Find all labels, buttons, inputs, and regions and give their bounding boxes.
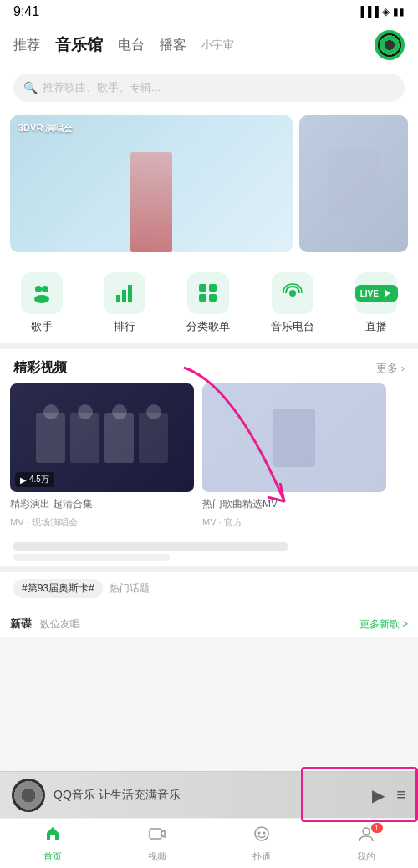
banner-main[interactable]: 3DVR 演唱会 (10, 115, 293, 252)
quick-label-zhibo: 直播 (365, 319, 387, 334)
mini-album-art (12, 779, 45, 812)
svg-point-1 (42, 286, 48, 292)
video-section-title: 精彩视频 (13, 359, 67, 377)
svg-rect-4 (122, 290, 126, 302)
fenlei-icon (187, 272, 229, 314)
quick-label-diantai: 音乐电台 (271, 319, 314, 334)
svg-point-2 (34, 295, 49, 303)
paihang-icon (104, 272, 145, 314)
new-song-label: 新碟 (10, 617, 32, 632)
top-nav: 推荐 音乐馆 电台 播客 小宇审 (0, 23, 418, 67)
search-placeholder: 推荐歌曲、歌手、专辑... (43, 80, 161, 95)
svg-rect-3 (116, 295, 120, 302)
svg-point-0 (35, 286, 42, 292)
svg-rect-7 (209, 284, 217, 292)
mini-play-button[interactable]: ▶ (372, 785, 385, 805)
nav-diantai[interactable]: 电台 (118, 37, 145, 54)
svg-point-14 (263, 831, 265, 834)
nav-avatar[interactable] (375, 30, 405, 60)
svg-point-12 (255, 827, 268, 840)
video-desc-1: 精彩演出 超清合集 (10, 497, 194, 511)
svg-rect-8 (199, 294, 206, 302)
quick-item-zhibo[interactable]: LIVE 直播 (355, 272, 397, 334)
putong-nav-label: 扑通 (252, 850, 271, 863)
bottom-nav-home[interactable]: 首页 (0, 825, 104, 863)
video-desc-2: 热门歌曲精选MV (202, 497, 386, 511)
bottom-nav-wode[interactable]: 1 我的 (314, 825, 418, 863)
video-card-2[interactable]: 热门歌曲精选MV MV · 官方 (202, 383, 386, 529)
video-sub-1: MV · 现场演唱会 (10, 516, 194, 529)
divider-2 (0, 566, 418, 572)
video-thumb-1: ▶4.5万 (10, 383, 194, 492)
video-thumb-2 (202, 383, 386, 492)
mini-player-controls: ▶ ≡ (372, 785, 406, 805)
mini-player[interactable]: QQ音乐 让生活充满音乐 ▶ ≡ (0, 771, 418, 818)
banner-section: 3DVR 演唱会 (0, 109, 418, 259)
putong-nav-icon (252, 825, 271, 848)
quick-item-geshou[interactable]: 歌手 (21, 272, 63, 334)
status-icons: ▐▐▐ ◈ ▮▮ (357, 6, 405, 18)
video-card-1[interactable]: ▶4.5万 精彩演出 超清合集 MV · 现场演唱会 (10, 383, 194, 529)
nav-boke[interactable]: 播客 (160, 37, 186, 54)
video-nav-label: 视频 (148, 850, 166, 863)
hashtag-section: #第93届奥斯卡# 热门话题 (0, 572, 418, 612)
video-sub-2: MV · 官方 (202, 516, 386, 529)
mini-player-title: QQ音乐 让生活充满音乐 (54, 788, 364, 803)
home-label: 首页 (43, 850, 62, 863)
nav-yinyueguan[interactable]: 音乐馆 (55, 34, 103, 56)
bottom-nav-video[interactable]: 视频 (104, 825, 209, 863)
svg-point-10 (289, 290, 296, 297)
search-bar-container: 🔍 推荐歌曲、歌手、专辑... (0, 67, 418, 109)
quick-icons: 歌手 排行 分类歌单 (0, 259, 418, 343)
video-nav-icon (148, 825, 166, 848)
video-extra-info (0, 539, 418, 566)
quick-label-paihang: 排行 (114, 319, 135, 334)
zhibo-icon: LIVE (355, 272, 397, 314)
more-new-songs[interactable]: 更多新歌 > (359, 617, 408, 632)
quick-item-fenlei[interactable]: 分类歌单 (186, 272, 230, 334)
bottom-nav: 首页 视频 扑通 1 我的 (0, 818, 418, 868)
svg-rect-9 (209, 294, 217, 302)
home-icon (43, 825, 62, 848)
status-bar: 9:41 ▐▐▐ ◈ ▮▮ (0, 0, 418, 23)
svg-rect-5 (128, 285, 132, 302)
svg-point-15 (363, 828, 370, 835)
quick-label-geshou: 歌手 (31, 319, 53, 334)
hashtag-desc: 热门话题 (110, 581, 150, 596)
video-section-header: 精彩视频 更多 › (0, 349, 418, 383)
bottom-nav-putong[interactable]: 扑通 (209, 825, 314, 863)
new-song-desc: 数位友唱 (40, 617, 80, 632)
wode-nav-label: 我的 (357, 850, 375, 863)
search-input[interactable]: 🔍 推荐歌曲、歌手、专辑... (13, 74, 405, 102)
diantai-icon (272, 272, 314, 314)
svg-point-13 (257, 831, 260, 834)
divider-1 (0, 343, 418, 349)
quick-item-paihang[interactable]: 排行 (104, 272, 145, 334)
search-icon: 🔍 (23, 81, 38, 94)
hashtag-badge[interactable]: #第93届奥斯卡# (13, 579, 103, 598)
wode-badge: 1 (371, 823, 383, 833)
mini-list-button[interactable]: ≡ (396, 785, 406, 805)
nav-xiaoyushen: 小宇审 (201, 38, 234, 53)
video-play-info: ▶4.5万 (15, 472, 54, 487)
svg-rect-6 (199, 284, 206, 292)
vinyl-avatar-icon (378, 33, 401, 57)
quick-label-fenlei: 分类歌单 (186, 319, 230, 334)
battery-icon: ▮▮ (393, 6, 405, 18)
new-songs-section: 新碟 数位友唱 更多新歌 > (0, 612, 418, 637)
wifi-icon: ◈ (382, 6, 390, 18)
signal-icon: ▐▐▐ (357, 6, 379, 18)
svg-rect-11 (150, 829, 161, 839)
banner-side[interactable] (299, 115, 408, 252)
nav-tuijian[interactable]: 推荐 (13, 37, 40, 54)
status-time: 9:41 (13, 4, 39, 19)
geshou-icon (21, 272, 63, 314)
video-cards: ▶4.5万 精彩演出 超清合集 MV · 现场演唱会 热门歌曲精选MV MV ·… (0, 383, 418, 539)
video-section-more[interactable]: 更多 › (376, 361, 405, 376)
quick-item-diantai[interactable]: 音乐电台 (271, 272, 314, 334)
